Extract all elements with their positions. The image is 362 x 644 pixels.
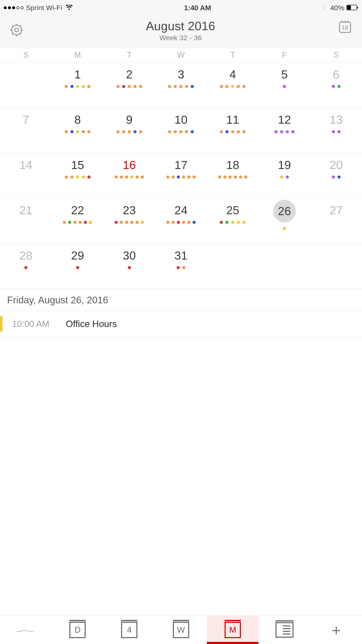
status-bar: Sprint Wi-Fi 1:40 AM ☾ 40% <box>0 0 362 16</box>
day-number: 15 <box>71 159 84 171</box>
calendar-day-cell[interactable]: 5 <box>259 63 310 108</box>
calendar-day-cell[interactable]: 12 <box>259 108 310 153</box>
event-dots <box>220 221 246 224</box>
calendar-day-cell[interactable]: 31 <box>155 244 207 289</box>
day-number: 28 <box>19 250 32 262</box>
four-day-view-icon: 4 <box>121 622 137 638</box>
tab-month[interactable]: M <box>207 616 259 644</box>
status-left: Sprint Wi-Fi <box>4 4 73 12</box>
day-number: 16 <box>123 159 136 171</box>
day-number: 8 <box>74 114 81 126</box>
bottom-tab-bar: ︿ D 4 W M ＋ <box>0 616 362 644</box>
tab-week[interactable]: W <box>155 616 207 644</box>
calendar-day-cell[interactable]: 2 <box>103 63 155 108</box>
calendar-day-cell[interactable]: 30 <box>103 244 155 289</box>
calendar-day-cell[interactable]: 28 <box>0 244 52 289</box>
day-number: 27 <box>330 204 343 216</box>
tab-day[interactable]: D <box>52 616 103 644</box>
event-dots <box>220 85 246 88</box>
wifi-icon <box>65 4 73 12</box>
calendar-grid: 1234567891011121314151617181920212223242… <box>0 63 362 289</box>
calendar-day-cell[interactable]: 22 <box>52 198 103 244</box>
calendar-day-cell[interactable]: 29 <box>52 244 103 289</box>
day-number: 18 <box>226 159 239 171</box>
calendar-day-cell[interactable]: 4 <box>207 63 259 108</box>
weekday-label: W <box>155 48 207 62</box>
calendar-day-cell[interactable]: 1 <box>52 63 103 108</box>
day-number: 6 <box>333 68 339 80</box>
day-number: 10 <box>175 114 187 126</box>
calendar-day-cell[interactable]: 26 <box>259 198 310 244</box>
svg-rect-2 <box>357 6 358 8</box>
weekday-label: S <box>0 48 52 62</box>
selected-day-header: Friday, August 26, 2016 <box>0 289 362 310</box>
weekday-label: M <box>52 48 103 62</box>
calendar-day-cell[interactable]: 24 <box>155 198 207 244</box>
calendar-day-cell[interactable]: 10 <box>155 108 207 153</box>
signal-strength-icon <box>4 6 23 9</box>
calendar-day-cell[interactable]: 27 <box>310 198 362 244</box>
calendar-day-cell[interactable]: 17 <box>155 153 207 198</box>
chevron-up-icon: ︿ <box>16 626 36 634</box>
svg-line-9 <box>12 26 13 26</box>
calendar-day-cell[interactable]: 3 <box>155 63 207 108</box>
calendar-day-cell <box>207 244 259 289</box>
weekday-label: S <box>310 48 362 62</box>
weekday-label: T <box>207 48 259 62</box>
tab-list[interactable] <box>259 616 310 644</box>
calendar-day-cell[interactable]: 11 <box>207 108 259 153</box>
event-dots <box>115 176 144 178</box>
event-dots <box>116 85 142 88</box>
carrier-label: Sprint Wi-Fi <box>26 4 62 12</box>
header-title-block[interactable]: August 2016 Week 32 - 36 <box>146 19 215 42</box>
calendar-day-cell[interactable]: 20 <box>310 153 362 198</box>
expand-button[interactable]: ︿ <box>0 616 52 644</box>
calendar-day-cell[interactable]: 19 <box>259 153 310 198</box>
settings-button[interactable] <box>10 23 23 38</box>
day-number: 22 <box>71 204 84 216</box>
svg-line-11 <box>12 34 13 34</box>
calendar-day-cell[interactable]: 15 <box>52 153 103 198</box>
battery-icon <box>347 4 358 12</box>
event-dots <box>65 85 90 88</box>
day-number: 31 <box>175 250 187 262</box>
event-title: Office Hours <box>66 319 117 329</box>
day-number: 29 <box>71 250 84 262</box>
event-dots <box>220 130 246 133</box>
event-dots <box>332 130 341 133</box>
event-dots <box>24 266 27 269</box>
tab-four-day[interactable]: 4 <box>103 616 155 644</box>
day-number: 12 <box>278 114 291 126</box>
calendar-day-cell[interactable]: 8 <box>52 108 103 153</box>
calendar-day-cell[interactable]: 6 <box>310 63 362 108</box>
day-number: 30 <box>123 250 136 262</box>
calendar-day-cell[interactable]: 16 <box>103 153 155 198</box>
plus-icon: ＋ <box>329 620 344 640</box>
calendar-day-cell[interactable]: 14 <box>0 153 52 198</box>
status-time: 1:40 AM <box>184 4 211 12</box>
event-dots <box>168 85 194 88</box>
dnd-moon-icon: ☾ <box>323 4 328 12</box>
calendar-day-cell[interactable]: 13 <box>310 108 362 153</box>
calendar-day-cell[interactable]: 9 <box>103 108 155 153</box>
calendar-day-cell <box>259 244 310 289</box>
event-dots <box>332 176 341 178</box>
event-dots <box>218 176 247 178</box>
calendar-day-cell[interactable]: 7 <box>0 108 52 153</box>
calendar-day-cell[interactable]: 23 <box>103 198 155 244</box>
event-row[interactable]: 10:00 AMOffice Hours <box>0 310 362 337</box>
day-number: 17 <box>175 159 187 171</box>
calendar-day-cell[interactable]: 21 <box>0 198 52 244</box>
calendar-day-cell[interactable]: 18 <box>207 153 259 198</box>
event-dots <box>332 85 341 88</box>
today-button[interactable]: 16 <box>338 19 352 42</box>
add-event-button[interactable]: ＋ <box>310 616 362 644</box>
day-number: 13 <box>330 114 343 126</box>
day-number: 5 <box>281 68 288 80</box>
calendar-day-cell[interactable]: 25 <box>207 198 259 244</box>
day-number: 4 <box>229 68 236 80</box>
event-time: 10:00 AM <box>12 319 58 329</box>
event-dots <box>116 130 142 133</box>
day-number: 20 <box>330 159 343 171</box>
day-number: 7 <box>23 114 29 126</box>
